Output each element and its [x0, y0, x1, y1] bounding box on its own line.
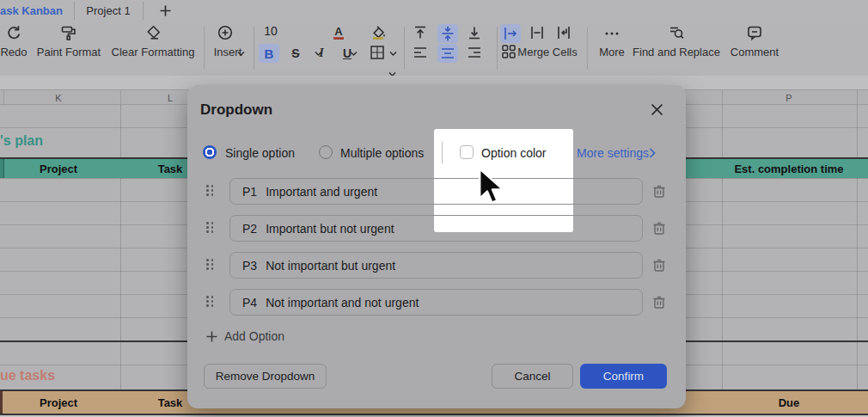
- dialog-title: Dropdown: [200, 101, 272, 119]
- dialog-divider: [442, 142, 443, 163]
- more-icon[interactable]: [603, 28, 620, 39]
- sheet-tab-bar: ask Kanban Project 1: [0, 0, 868, 22]
- insert-label[interactable]: Insert: [214, 46, 242, 58]
- font-size-value[interactable]: 10: [264, 24, 278, 38]
- column-header-p[interactable]: P: [785, 93, 792, 103]
- delete-option-icon[interactable]: [652, 258, 666, 273]
- align-middle-icon[interactable]: [437, 24, 458, 43]
- option-code: P2: [242, 222, 257, 236]
- option-color-label[interactable]: Option color: [481, 146, 546, 160]
- option-row: P3 Not important but urgent: [187, 252, 686, 279]
- option-code: P1: [242, 185, 257, 199]
- drag-handle-icon[interactable]: [206, 185, 214, 199]
- drag-handle-icon[interactable]: [206, 222, 214, 236]
- merge-cells-icon[interactable]: [501, 44, 517, 59]
- gridline: [857, 105, 858, 414]
- option-code: P4: [242, 296, 257, 310]
- overdue-header-task[interactable]: Task: [158, 396, 183, 409]
- find-replace-label[interactable]: Find and Replace: [633, 46, 720, 58]
- option-label: Important but not urgent: [266, 222, 394, 236]
- column-header-k[interactable]: K: [55, 93, 61, 103]
- toolbar-divider: [204, 27, 205, 70]
- comment-icon[interactable]: [746, 24, 763, 41]
- option-row: P2 Important but not urgent: [187, 215, 686, 242]
- delete-option-icon[interactable]: [652, 295, 666, 310]
- insert-icon[interactable]: [217, 24, 234, 41]
- column-header-l[interactable]: L: [168, 93, 173, 103]
- radio-single-option[interactable]: [203, 145, 217, 159]
- align-right-icon[interactable]: [467, 44, 482, 61]
- text-overflow-icon[interactable]: [500, 24, 521, 43]
- drag-handle-icon[interactable]: [206, 259, 214, 273]
- align-bottom-icon[interactable]: [466, 24, 483, 41]
- option-row: P1 Important and urgent: [187, 178, 686, 205]
- option-code: P3: [242, 259, 257, 273]
- option-input[interactable]: P1 Important and urgent: [229, 178, 643, 205]
- paint-format-label[interactable]: Paint Format: [37, 46, 101, 58]
- tab-project-1[interactable]: Project 1: [74, 4, 143, 17]
- cancel-button[interactable]: Cancel: [492, 364, 573, 389]
- align-left-icon[interactable]: [413, 44, 428, 61]
- confirm-button[interactable]: Confirm: [580, 364, 667, 389]
- plan-header-project[interactable]: Project: [40, 163, 77, 175]
- redo-icon[interactable]: [5, 24, 22, 41]
- option-color-checkbox[interactable]: [460, 145, 474, 159]
- option-input[interactable]: P4 Not important and not urgent: [229, 289, 643, 316]
- toolbar-divider: [254, 27, 254, 70]
- option-input[interactable]: P2 Important but not urgent: [229, 215, 643, 242]
- radio-multiple-options[interactable]: [319, 145, 333, 159]
- tab-task-kanban[interactable]: ask Kanban: [0, 4, 63, 17]
- remove-dropdown-button[interactable]: Remove Dropdown: [204, 364, 327, 389]
- plan-header-task[interactable]: Task: [158, 163, 183, 175]
- plus-icon: [206, 331, 217, 342]
- delete-option-icon[interactable]: [652, 221, 666, 236]
- delete-option-icon[interactable]: [652, 184, 666, 199]
- svg-text:A: A: [334, 25, 343, 38]
- option-input[interactable]: P3 Not important but urgent: [229, 252, 643, 279]
- comment-label[interactable]: Comment: [730, 46, 779, 58]
- mouse-cursor: [477, 167, 506, 206]
- option-label: Not important and not urgent: [266, 296, 419, 310]
- italic-button[interactable]: I: [311, 44, 332, 63]
- toolbar: 10 A: [0, 21, 868, 77]
- fill-color-icon[interactable]: [370, 24, 387, 41]
- align-center-icon[interactable]: [437, 44, 458, 63]
- gridline: [722, 105, 723, 414]
- text-wrap-icon[interactable]: [555, 24, 572, 41]
- option-row: P4 Not important and not urgent: [187, 289, 686, 316]
- plan-header-est-time[interactable]: Est. completion time: [734, 163, 843, 175]
- overdue-header-project[interactable]: Project: [40, 396, 77, 409]
- drag-handle-icon[interactable]: [206, 296, 214, 310]
- overdue-header-due[interactable]: Due: [779, 396, 800, 409]
- toolbar-divider: [404, 27, 405, 70]
- option-label: Not important but urgent: [266, 259, 395, 273]
- more-label[interactable]: More: [599, 46, 625, 58]
- bold-button[interactable]: B: [259, 44, 279, 63]
- underline-button[interactable]: U: [337, 44, 358, 63]
- redo-label[interactable]: Redo: [0, 46, 27, 58]
- plan-section-title: 's plan: [0, 133, 43, 149]
- tab-divider: [143, 2, 144, 20]
- more-settings-chevron-icon[interactable]: [649, 148, 656, 158]
- align-top-icon[interactable]: [412, 24, 429, 41]
- find-replace-icon[interactable]: [668, 24, 685, 41]
- add-option-button[interactable]: Add Option: [206, 329, 284, 343]
- paint-format-icon[interactable]: [60, 24, 77, 41]
- add-sheet-icon[interactable]: [159, 4, 172, 17]
- strikethrough-button[interactable]: S: [285, 44, 306, 63]
- merge-cells-label[interactable]: Merge Cells: [517, 46, 577, 58]
- option-label: Important and urgent: [266, 185, 377, 199]
- clear-formatting-label[interactable]: Clear Formatting: [112, 46, 195, 58]
- more-settings-link[interactable]: More settings: [577, 146, 649, 160]
- clear-formatting-icon[interactable]: [144, 24, 162, 41]
- spreadsheet-app: ask Kanban Project 1 10 A: [0, 0, 868, 417]
- radio-multiple-label[interactable]: Multiple options: [340, 146, 424, 160]
- overdue-section-title: ue tasks: [0, 368, 55, 383]
- radio-single-label[interactable]: Single option: [225, 146, 295, 160]
- close-icon[interactable]: [650, 102, 664, 117]
- text-clip-icon[interactable]: [529, 24, 546, 41]
- toolbar-divider: [497, 27, 498, 70]
- borders-icon[interactable]: [369, 44, 386, 61]
- fill-color-chevron-icon[interactable]: [389, 51, 397, 57]
- font-color-icon[interactable]: A: [330, 24, 347, 41]
